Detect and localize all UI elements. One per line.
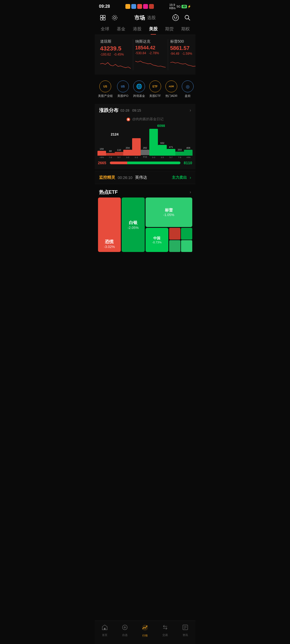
svg-rect-2	[100, 18, 103, 20]
us-chain-label: 美股产业链	[98, 94, 113, 98]
etf-china[interactable]: 中国 -0.73%	[146, 228, 169, 252]
rise-fall-datetime: 02-28 09:15	[121, 108, 141, 112]
monitor-banner[interactable]: 监控精灵 00:26:10 英伟达 主力卖出 ›	[95, 171, 195, 184]
adr-icon: ADR	[165, 80, 177, 92]
market-card-nasdaq[interactable]: 纳斯达克 18544.42 -530.84 -2.78%	[133, 39, 168, 70]
quick-link-us-etf[interactable]: ETF 美股ETF	[149, 80, 161, 98]
dj-value: 43239.5	[100, 45, 131, 52]
header-title-group: 市场 选股	[134, 14, 156, 21]
market-cards: 道琼斯 43239.5 -193.62 -0.45% 纳斯达克 18544.42…	[95, 35, 195, 75]
header-subtitle[interactable]: 选股	[147, 15, 156, 21]
rise-fall-arrow[interactable]: ›	[190, 108, 191, 113]
sp500-chart	[170, 58, 195, 68]
premarket-label: 盘前	[185, 94, 191, 98]
etf-panic-name: 恐慌	[105, 239, 114, 245]
hot-etf-section: 热点ETF › 恐慌 -3.02% 白银 -2.05% 标普 -1.05% 中国	[95, 186, 195, 255]
network-type: 5G	[177, 5, 181, 8]
search-icon[interactable]	[184, 14, 191, 21]
svg-rect-1	[103, 15, 105, 17]
quick-links: US 美股产业链 US 美股IPO 🌐 跨境基金 ETF 美股ETF ADR	[95, 76, 195, 102]
etf-small-grid	[169, 228, 192, 252]
adr-label: 热门ADR	[165, 94, 177, 98]
etf-china-change: -0.73%	[152, 241, 162, 244]
dj-change: -193.62 -0.45%	[100, 53, 131, 56]
etf-small-3[interactable]	[169, 240, 180, 252]
status-icons: 19.9KB/s 5G 49 ⚡	[169, 3, 191, 10]
tab-us[interactable]: 美股	[145, 24, 161, 35]
hot-etf-header: 热点ETF ›	[95, 186, 195, 197]
quick-link-premarket[interactable]: ◎ 盘前	[182, 80, 194, 98]
quick-link-us-ipo[interactable]: US 美股IPO	[117, 80, 129, 98]
quick-link-cross-fund[interactable]: 🌐 跨境基金	[133, 80, 145, 98]
quick-link-adr[interactable]: ADR 热门ADR	[165, 80, 177, 98]
svg-text:微: 微	[127, 118, 130, 121]
sp500-value: 5861.57	[170, 45, 195, 51]
svg-point-5	[112, 15, 117, 20]
hot-etf-arrow[interactable]: ›	[190, 190, 191, 195]
app-icon-2	[131, 4, 136, 9]
etf-silver-change: -2.05%	[128, 226, 139, 230]
nasdaq-name: 纳斯达克	[135, 39, 166, 44]
fall-count: 2665	[98, 161, 108, 165]
svg-point-6	[173, 15, 179, 21]
settings-icon[interactable]	[111, 14, 118, 21]
us-chain-icon: US	[99, 80, 111, 92]
battery: 49 ⚡	[182, 5, 191, 8]
header-title: 市场	[134, 14, 145, 21]
svg-point-7	[174, 17, 175, 18]
monitor-tag: 监控精灵	[99, 175, 115, 180]
app-icon-1	[125, 4, 130, 9]
quick-link-us-chain[interactable]: US 美股产业链	[98, 80, 113, 98]
tab-hk[interactable]: 港股	[129, 24, 145, 35]
tab-fund[interactable]: 基金	[113, 24, 129, 35]
us-ipo-label: 美股IPO	[117, 94, 128, 98]
tab-options[interactable]: 期权	[177, 24, 194, 35]
rise-fall-header: 涨跌分布 02-28 09:15 ›	[95, 104, 195, 116]
sp500-change: -94.49 -1.59%	[170, 52, 195, 56]
progress-bar-inner	[110, 162, 128, 164]
watermark: 微 @肉肉酱的基金日记	[95, 116, 195, 124]
svg-line-12	[188, 19, 190, 20]
dj-chart	[100, 58, 131, 69]
app-icons	[125, 4, 154, 9]
etf-silver[interactable]: 白银 -2.05%	[122, 197, 145, 252]
cross-fund-icon: 🌐	[133, 80, 145, 92]
svg-rect-0	[100, 15, 103, 17]
monitor-arrow: ›	[190, 175, 191, 180]
header-right	[172, 14, 191, 21]
us-etf-icon: ETF	[149, 80, 161, 92]
tab-new3[interactable]: 新三	[194, 24, 195, 35]
rise-count: 8110	[183, 161, 192, 165]
app-icon-3	[137, 4, 142, 9]
dj-name: 道琼斯	[100, 39, 131, 44]
etf-small-2[interactable]	[181, 228, 192, 240]
market-card-dj[interactable]: 道琼斯 43239.5 -193.62 -0.45%	[98, 39, 133, 70]
svg-point-8	[176, 17, 177, 18]
etf-panic[interactable]: 恐慌 -3.02%	[98, 197, 121, 252]
status-bar: 09:28 19.9KB/s 5G 49 ⚡	[95, 0, 195, 12]
progress-row: 2665 8110	[95, 159, 195, 165]
svg-rect-3	[103, 18, 105, 20]
monitor-time: 00:26:10	[118, 175, 133, 180]
sp500-name: 标普500	[170, 39, 195, 44]
app-icon-4	[143, 4, 148, 9]
etf-china-name: 中国	[153, 236, 160, 241]
etf-small-4[interactable]	[181, 240, 192, 252]
tab-futures[interactable]: 期货	[161, 24, 177, 35]
etf-small-1[interactable]	[169, 228, 180, 240]
svg-point-4	[114, 17, 116, 19]
robot-icon[interactable]	[172, 14, 179, 21]
header: 市场 选股	[95, 12, 195, 24]
tab-global[interactable]: 全球	[97, 24, 113, 35]
layer-icon[interactable]	[99, 14, 107, 21]
rise-fall-title: 涨跌分布	[99, 107, 118, 114]
monitor-name: 英伟达	[135, 175, 169, 180]
market-card-sp500[interactable]: 标普500 5861.57 -94.49 -1.59%	[168, 39, 195, 70]
network-speed: 19.9KB/s	[169, 3, 175, 10]
etf-grid: 恐慌 -3.02% 白银 -2.05% 标普 -1.05% 中国 -0.73%	[95, 197, 195, 255]
rise-fall-section: 涨跌分布 02-28 09:15 › 微 @肉肉酱的基金日记 6098 2124	[95, 104, 195, 169]
header-left	[99, 14, 118, 21]
app-icon-5	[149, 4, 154, 9]
hot-etf-title: 热点ETF	[99, 189, 118, 195]
etf-sp500[interactable]: 标普 -1.05%	[146, 197, 192, 227]
